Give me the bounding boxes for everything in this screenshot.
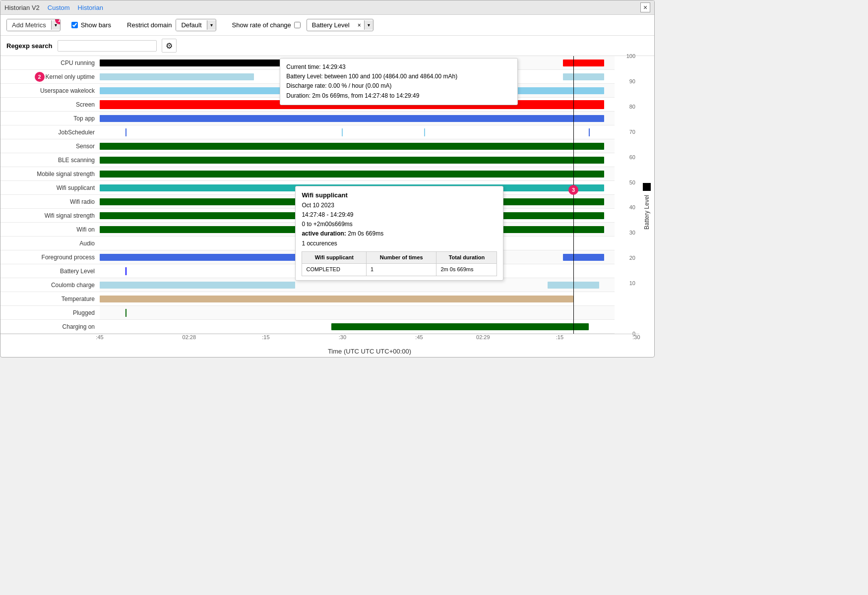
chart-row-temperature[interactable] [100, 292, 615, 306]
x-tick-3: :30 [339, 334, 346, 340]
tooltip-line1: Current time: 14:29:43 [286, 62, 511, 72]
row-label-cpu: CPU running [0, 56, 100, 70]
x-tick-0: :45 [96, 334, 103, 340]
chart-row-ble[interactable] [100, 153, 615, 167]
bars-area: 3 Current time: 14:29:43 Battery Level: … [100, 56, 615, 334]
y-label-50: 50 [629, 179, 635, 185]
battery-level-close[interactable]: × [355, 20, 364, 31]
chart-row-plugged[interactable] [100, 306, 615, 320]
badge-2: 2 [35, 72, 45, 82]
x-tick-6: :15 [556, 334, 563, 340]
row-label-wifi-signal: Wifi signal strength [0, 209, 100, 223]
row-label-wifi-supplicant: Wifi supplicant [0, 181, 100, 195]
tab-historian[interactable]: Historian [78, 4, 103, 11]
x-tick-5: 02:29 [476, 334, 490, 340]
chart-content: CPU running 2 Kernel only uptime Userspa… [0, 56, 639, 357]
tab-custom[interactable]: Custom [48, 4, 70, 11]
title-bar: Historian V2 Custom Historian × [0, 0, 654, 15]
tooltip-table-cell-0: COMPLETED [302, 264, 367, 276]
y-label-10: 10 [629, 280, 635, 286]
restrict-domain-label: Restrict domain [127, 21, 172, 29]
chart-row-jobscheduler[interactable] [100, 125, 615, 139]
search-label: Regexp search [6, 42, 53, 50]
row-label-coulomb: Coulomb charge [0, 278, 100, 292]
x-axis-label: Time (UTC UTC UTC+00:00) [0, 346, 639, 357]
domain-value: Default [176, 19, 206, 31]
tooltip-wifi-title: Wifi supplicant [302, 190, 497, 201]
row-label-temperature: Temperature [0, 292, 100, 306]
tooltip-table-header-0: Wifi supplicant [302, 251, 367, 264]
tooltip-active-value: 2m 0s 669ms [348, 230, 383, 237]
y-label-40: 40 [629, 204, 635, 210]
show-rate-label: Show rate of change [232, 21, 291, 29]
tooltip-wifi-time-range: 14:27:48 - 14:29:49 [302, 210, 497, 220]
tooltip-line3: Discharge rate: 0.00 % / hour (0.00 mA) [286, 81, 511, 91]
battery-level-tag: Battery Level × ▾ [307, 19, 373, 31]
show-rate-control: Show rate of change [232, 21, 301, 29]
show-bars-checkbox[interactable] [71, 22, 78, 28]
row-label-foreground: Foreground process [0, 250, 100, 264]
window-title: Historian V2 [4, 4, 40, 11]
x-axis: :45 02:28 :15 :30 :45 02:29 :15 :30 :45 [0, 334, 639, 346]
tooltip-wifi-duration-range: 0 to +2m00s669ms [302, 220, 497, 229]
domain-dropdown-arrow[interactable]: ▾ [207, 20, 216, 30]
y-label-100: 100 [626, 53, 635, 59]
battery-level-arrow[interactable]: ▾ [364, 20, 373, 30]
tooltip-table-header-1: Number of times [367, 251, 436, 264]
x-tick-2: :15 [262, 334, 269, 340]
row-label-ble: BLE scanning [0, 153, 100, 167]
row-label-wakelock: Userspace wakelock [0, 84, 100, 98]
chart-row-charging[interactable] [100, 320, 615, 334]
tooltip-table-cell-2: 2m 0s 669ms [436, 264, 497, 276]
y-label-80: 80 [629, 104, 635, 110]
badge-3: 3 [568, 185, 578, 195]
tooltip-table-header-2: Total duration [436, 251, 497, 264]
search-input[interactable] [58, 40, 157, 52]
show-bars-label: Show bars [81, 21, 111, 29]
tooltip-table-cell-1: 1 [367, 264, 436, 276]
y-label-30: 30 [629, 230, 635, 236]
tooltip-wifi-occurrences: 1 occurences [302, 239, 497, 248]
badge-3-container: 3 [568, 185, 578, 195]
close-button[interactable]: × [640, 2, 650, 12]
chart-row-mobile[interactable] [100, 167, 615, 181]
chart-area: CPU running 2 Kernel only uptime Userspa… [0, 56, 654, 357]
row-label-screen: Screen [0, 98, 100, 112]
show-rate-checkbox[interactable] [294, 22, 301, 28]
row-label-kernel: 2 Kernel only uptime [0, 70, 100, 84]
y-axis: 100 90 80 70 60 50 40 30 20 10 0 [615, 56, 639, 334]
tooltip-active-label: active duration: [302, 230, 346, 237]
tooltip-line2: Battery Level: between 100 and 100 (4864… [286, 72, 511, 81]
y-label-90: 90 [629, 78, 635, 84]
chart-row-topapp[interactable] [100, 112, 615, 125]
y-label-60: 60 [629, 154, 635, 160]
battery-legend-icon [643, 183, 651, 191]
tooltip-table: Wifi supplicant Number of times Total du… [302, 251, 497, 276]
tooltip-current-time: Current time: 14:29:43 Battery Level: be… [280, 58, 518, 105]
tooltip-line4: Duration: 2m 0s 669ms, from 14:27:48 to … [286, 91, 511, 101]
y-label-70: 70 [629, 129, 635, 135]
x-tick-7: :30 [632, 334, 640, 340]
row-labels: CPU running 2 Kernel only uptime Userspa… [0, 56, 100, 334]
main-window: Historian V2 Custom Historian × Add Metr… [0, 0, 655, 357]
battery-legend-text: Battery Level [643, 195, 650, 230]
tooltip-wifi-supplicant: Wifi supplicant Oct 10 2023 14:27:48 - 1… [295, 186, 503, 281]
domain-select[interactable]: Default ▾ [176, 19, 216, 31]
row-label-topapp: Top app [0, 112, 100, 125]
toolbar: Add Metrics ▾ 1 Show bars Restrict domai… [0, 15, 654, 36]
tooltip-wifi-active-duration: active duration: 2m 0s 669ms [302, 229, 497, 238]
tooltip-wifi-date: Oct 10 2023 [302, 201, 497, 210]
row-label-jobscheduler: JobScheduler [0, 125, 100, 139]
settings-button[interactable]: ⚙ [162, 39, 177, 53]
row-label-mobile: Mobile signal strength [0, 167, 100, 181]
row-label-sensor: Sensor [0, 139, 100, 153]
chart-row-sensor[interactable] [100, 139, 615, 153]
restrict-domain-control: Restrict domain Default ▾ [127, 19, 216, 31]
row-label-charging: Charging on [0, 320, 100, 334]
add-metrics-label: Add Metrics [7, 19, 51, 31]
add-metrics-button[interactable]: Add Metrics ▾ 1 [6, 19, 61, 31]
x-tick-1: 02:28 [183, 334, 196, 340]
x-tick-4: :45 [415, 334, 423, 340]
row-label-plugged: Plugged [0, 306, 100, 320]
battery-legend: Battery Level [639, 56, 654, 357]
